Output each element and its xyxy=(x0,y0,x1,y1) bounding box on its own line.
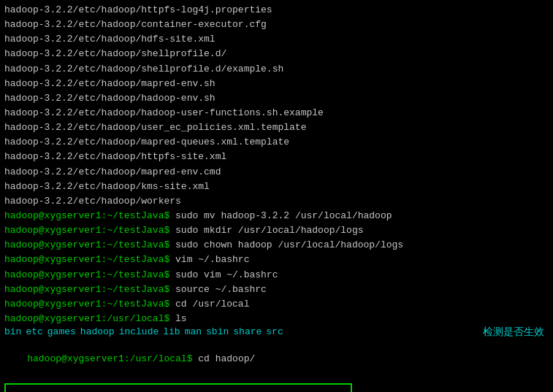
ls-item: hadoop xyxy=(80,326,115,337)
ls-items: binetcgameshadoopincludelibmansbinshares… xyxy=(4,326,288,337)
prompt: hadoop@xygserver1:~/testJava$ xyxy=(4,225,169,236)
prompt: hadoop@xygserver1:~/testJava$ xyxy=(4,299,169,310)
prompt: hadoop@xygserver1:~/testJava$ xyxy=(4,284,169,295)
command-line: hadoop@xygserver1:~/testJava$ sudo mv ha… xyxy=(4,209,549,223)
file-line: hadoop-3.2.2/etc/hadoop/httpfs-log4j.pro… xyxy=(4,3,549,18)
ls-item: bin xyxy=(4,326,21,337)
command-text: ls xyxy=(169,313,186,324)
prompt: hadoop@xygserver1:/usr/local$ xyxy=(4,313,169,324)
file-line: hadoop-3.2.2/etc/hadoop/container-execut… xyxy=(4,18,549,32)
file-line: hadoop-3.2.2/etc/hadoop/hadoop-env.sh xyxy=(4,91,549,106)
cd-hadoop-line: hadoop@xygserver1:/usr/local$ cd hadoop/ xyxy=(4,337,549,381)
command-line: hadoop@xygserver1:~/testJava$ sudo chown… xyxy=(4,238,549,253)
file-line: hadoop-3.2.2/etc/hadoop/workers xyxy=(4,194,549,209)
file-line: hadoop-3.2.2/etc/hadoop/httpfs-site.xml xyxy=(4,150,549,164)
command-text: sudo mkdir /usr/local/hadoop/logs xyxy=(169,225,363,236)
ls-item: lib xyxy=(163,326,180,337)
command-text: sudo vim ~/.bashrc xyxy=(169,269,278,280)
ls-item: sbin xyxy=(206,326,229,337)
ls-item: src xyxy=(266,326,283,337)
echo-block: hadoop@xygserver1:/usr/local/hadoop$ ech… xyxy=(4,383,352,392)
file-line: hadoop-3.2.2/etc/hadoop/kms-site.xml xyxy=(4,180,549,194)
file-line: hadoop-3.2.2/etc/hadoop/shellprofile.d/ xyxy=(4,47,549,61)
command-text: source ~/.bashrc xyxy=(169,284,267,295)
ls-item: games xyxy=(47,326,76,337)
command-line: hadoop@xygserver1:~/testJava$ vim ~/.bas… xyxy=(4,253,549,267)
prompt: hadoop@xygserver1:~/testJava$ xyxy=(4,254,169,265)
command-line: hadoop@xygserver1:~/testJava$ cd /usr/lo… xyxy=(4,297,549,312)
cd-prompt: hadoop@xygserver1:/usr/local$ xyxy=(27,353,192,364)
ls-annotation: 检测是否生效 xyxy=(483,326,544,339)
prompt: hadoop@xygserver1:~/testJava$ xyxy=(4,239,169,250)
ls-item: include xyxy=(119,326,159,337)
command-text: cd /usr/local xyxy=(169,299,249,310)
command-lines: hadoop@xygserver1:~/testJava$ sudo mv ha… xyxy=(4,209,549,326)
ls-output-line: binetcgameshadoopincludelibmansbinshares… xyxy=(4,326,549,337)
file-listing: hadoop-3.2.2/etc/hadoop/httpfs-log4j.pro… xyxy=(4,3,549,209)
file-line: hadoop-3.2.2/etc/hadoop/mapred-queues.xm… xyxy=(4,135,549,150)
command-text: sudo mv hadoop-3.2.2 /usr/local/hadoop xyxy=(169,210,392,221)
file-line: hadoop-3.2.2/etc/hadoop/user_ec_policies… xyxy=(4,120,549,135)
command-text: vim ~/.bashrc xyxy=(169,254,249,265)
file-line: hadoop-3.2.2/etc/hadoop/mapred-env.cmd xyxy=(4,165,549,180)
ls-item: man xyxy=(185,326,202,337)
prompt: hadoop@xygserver1:~/testJava$ xyxy=(4,269,169,280)
file-line: hadoop-3.2.2/etc/hadoop/hdfs-site.xml xyxy=(4,32,549,47)
command-line: hadoop@xygserver1:~/testJava$ source ~/.… xyxy=(4,283,549,297)
ls-item: etc xyxy=(26,326,42,337)
command-line: hadoop@xygserver1:~/testJava$ sudo mkdir… xyxy=(4,223,549,238)
ls-item: share xyxy=(233,326,262,337)
file-line: hadoop-3.2.2/etc/hadoop/hadoop-user-func… xyxy=(4,106,549,120)
prompt: hadoop@xygserver1:~/testJava$ xyxy=(4,210,169,221)
file-line: hadoop-3.2.2/etc/hadoop/shellprofile.d/e… xyxy=(4,62,549,77)
echo-cmd-line: hadoop@xygserver1:/usr/local/hadoop$ ech… xyxy=(7,385,349,392)
file-line: hadoop-3.2.2/etc/hadoop/mapred-env.sh xyxy=(4,77,549,91)
terminal: hadoop-3.2.2/etc/hadoop/httpfs-log4j.pro… xyxy=(0,0,553,392)
command-line: hadoop@xygserver1:~/testJava$ sudo vim ~… xyxy=(4,268,549,283)
command-line: hadoop@xygserver1:/usr/local$ ls xyxy=(4,312,549,326)
command-text: sudo chown hadoop /usr/local/hadoop/logs xyxy=(169,239,403,250)
